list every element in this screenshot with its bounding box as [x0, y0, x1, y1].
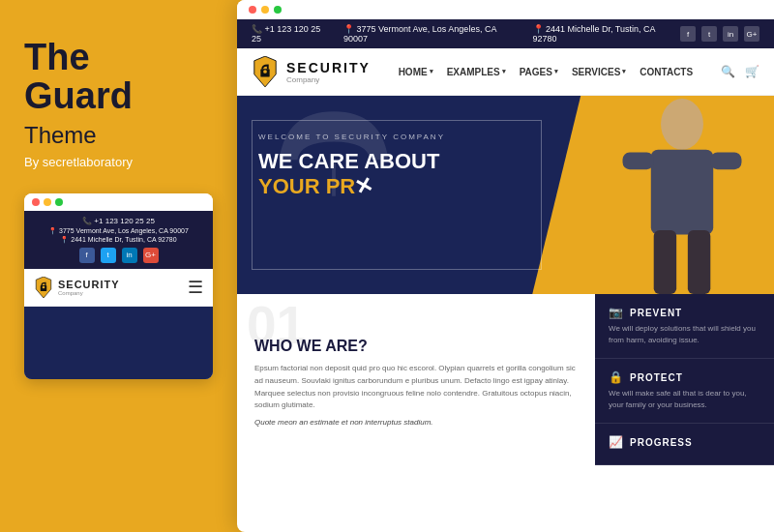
title-line2: Guard	[24, 75, 133, 116]
who-quote: Quote meon an estimate et non interruptu…	[254, 418, 578, 427]
win-dot-red	[249, 6, 256, 14]
card-progress-title: 📈 PROGRESS	[609, 435, 760, 449]
hero-title-line2: YOUR PR✕	[258, 174, 445, 199]
card-protect-text: We will make safe all that is dear to yo…	[609, 388, 760, 411]
topbar-linkedin-icon[interactable]: in	[723, 26, 738, 42]
nav-brand-sub: Company	[286, 75, 371, 84]
svg-point-5	[263, 70, 267, 74]
mobile-addr1: 📍 3775 Vermont Ave, Los Angeles, CA 9000…	[48, 227, 189, 235]
mobile-hero	[24, 307, 213, 379]
svg-rect-12	[688, 230, 710, 294]
mobile-social: f t in G+	[32, 248, 205, 263]
hamburger-menu[interactable]: ☰	[188, 277, 203, 298]
hero-title: WE CARE ABOUT YOUR PR✕	[258, 149, 445, 200]
camera-icon: 📷	[609, 306, 624, 319]
card-protect-title: 🔒 PROTECT	[609, 370, 760, 384]
main-content-inner: WHO WE ARE? Epsum factorial non deposit …	[254, 309, 578, 427]
theme-by: By secretlaboratory	[24, 155, 213, 169]
topbar-addr1: 📍 3775 Vermont Ave, Los Angeles, CA 9000…	[343, 24, 521, 44]
twitter-icon[interactable]: t	[101, 248, 116, 263]
nav-icons: 🔍 🛒	[721, 65, 759, 78]
topbar-google-icon[interactable]: G+	[744, 26, 759, 42]
chevron-down-icon: ▾	[622, 68, 626, 75]
mobile-address: 📍 3775 Vermont Ave, Los Angeles, CA 9000…	[32, 227, 205, 244]
svg-point-2	[43, 285, 45, 288]
nav-brand: SECURITY	[286, 60, 371, 75]
cards-sidebar: 📷 PREVENT We will deploy solutions that …	[595, 294, 774, 465]
cart-icon[interactable]: 🛒	[745, 65, 759, 78]
site-topbar: 📞 +1 123 120 25 25 📍 3775 Vermont Ave, L…	[237, 19, 774, 48]
theme-title: The Guard Theme By secretlaboratory	[24, 39, 213, 169]
topbar-phone: 📞 +1 123 120 25 25	[252, 24, 332, 44]
topbar-left: 📞 +1 123 120 25 25 📍 3775 Vermont Ave, L…	[252, 24, 680, 44]
mobile-nav: SECURITY Company ☰	[24, 269, 213, 307]
search-icon[interactable]: 🔍	[721, 65, 735, 78]
topbar-right: f t in G+	[680, 26, 759, 42]
dot-green	[55, 198, 63, 206]
hero-person	[610, 96, 755, 294]
nav-services[interactable]: SERVICES ▾	[572, 67, 626, 77]
lock-icon: 🔒	[609, 370, 624, 384]
google-icon[interactable]: G+	[143, 248, 159, 263]
topbar-addr2: 📍 2441 Michelle Dr, Tustin, CA 92780	[533, 24, 681, 44]
svg-rect-9	[623, 153, 654, 170]
win-dot-yellow	[261, 6, 269, 14]
mobile-mockup: 📞 +1 123 120 25 25 📍 3775 Vermont Ave, L…	[24, 193, 213, 379]
hero-section: WELCOME TO SECURITY COMPANY WE CARE ABOU…	[237, 96, 774, 294]
svg-rect-11	[654, 230, 676, 294]
mobile-brand-sub: Company	[58, 290, 120, 296]
card-prevent: 📷 PREVENT We will deploy solutions that …	[595, 294, 774, 359]
mobile-top-bar	[24, 193, 213, 211]
mobile-brand: SECURITY	[58, 279, 120, 290]
dot-red	[32, 198, 40, 206]
nav-examples[interactable]: EXAMPLES ▾	[447, 67, 506, 77]
person-silhouette	[610, 96, 755, 294]
nav-lock-icon	[252, 56, 279, 87]
chevron-down-icon: ▾	[502, 68, 506, 75]
card-prevent-title: 📷 PREVENT	[609, 306, 760, 319]
nav-pages[interactable]: PAGES ▾	[520, 67, 558, 77]
hero-overlay	[24, 307, 213, 379]
facebook-icon[interactable]: f	[79, 248, 95, 263]
main-content: 01 WHO WE ARE? Epsum factorial non depos…	[237, 294, 595, 465]
svg-point-7	[661, 99, 703, 150]
lock-icon-mobile	[34, 277, 53, 298]
nav-home[interactable]: HOME ▾	[399, 67, 433, 77]
svg-rect-8	[651, 150, 713, 235]
win-dot-green	[274, 6, 282, 14]
mobile-addr2: 📍 2441 Michelle Dr, Tustin, CA 92780	[60, 236, 176, 244]
chevron-down-icon: ▾	[554, 68, 558, 75]
card-prevent-text: We will deploy solutions that will shiel…	[609, 323, 760, 346]
site-navbar: SECURITY Company HOME ▾ EXAMPLES ▾ PAGES…	[237, 48, 774, 96]
nav-links: HOME ▾ EXAMPLES ▾ PAGES ▾ SERVICES ▾ CON…	[399, 67, 694, 77]
desktop-top-bar	[237, 0, 774, 19]
title-line1: The	[24, 37, 90, 77]
nav-contacts[interactable]: CONTACTS	[640, 67, 693, 77]
card-protect: 🔒 PROTECT We will make safe all that is …	[595, 359, 774, 424]
who-paragraph: Epsum factorial non deposit quid pro quo…	[254, 363, 578, 412]
topbar-twitter-icon[interactable]: t	[701, 26, 717, 42]
mobile-header-bar: 📞 +1 123 120 25 25 📍 3775 Vermont Ave, L…	[24, 211, 213, 269]
svg-rect-10	[710, 153, 741, 170]
content-section: 01 WHO WE ARE? Epsum factorial non depos…	[237, 294, 774, 465]
card-progress: 📈 PROGRESS	[595, 424, 774, 465]
mobile-phone: 📞 +1 123 120 25 25	[32, 217, 205, 225]
chart-icon: 📈	[609, 435, 624, 449]
nav-logo: SECURITY Company	[252, 56, 371, 87]
hero-title-line1: WE CARE ABOUT	[258, 149, 445, 174]
theme-subtitle: Theme	[24, 122, 213, 149]
mobile-logo: SECURITY Company	[34, 277, 120, 298]
who-title: WHO WE ARE?	[254, 309, 578, 355]
desktop-mockup: 📞 +1 123 120 25 25 📍 3775 Vermont Ave, L…	[237, 0, 774, 532]
dot-yellow	[44, 198, 51, 206]
hero-content: WELCOME TO SECURITY COMPANY WE CARE ABOU…	[258, 133, 445, 200]
topbar-facebook-icon[interactable]: f	[680, 26, 696, 42]
hero-welcome: WELCOME TO SECURITY COMPANY	[258, 133, 445, 141]
linkedin-icon[interactable]: in	[122, 248, 137, 263]
chevron-down-icon: ▾	[430, 68, 433, 75]
left-panel: The Guard Theme By secretlaboratory 📞 +1…	[0, 0, 237, 532]
